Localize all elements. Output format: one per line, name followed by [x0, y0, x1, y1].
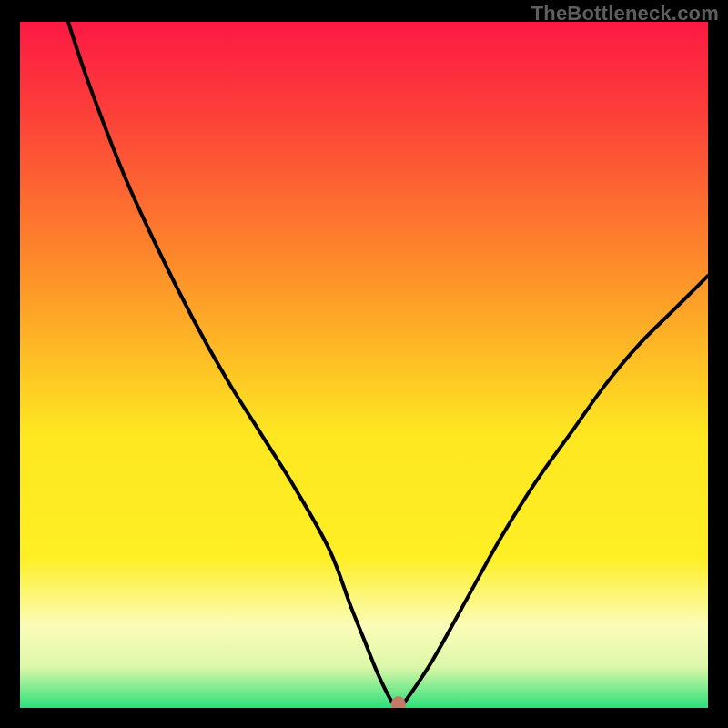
chart-svg — [20, 22, 708, 708]
plot-area — [20, 22, 708, 708]
chart-frame: TheBottleneck.com — [0, 0, 728, 728]
watermark-text: TheBottleneck.com — [531, 2, 719, 25]
gradient-background — [20, 22, 708, 708]
